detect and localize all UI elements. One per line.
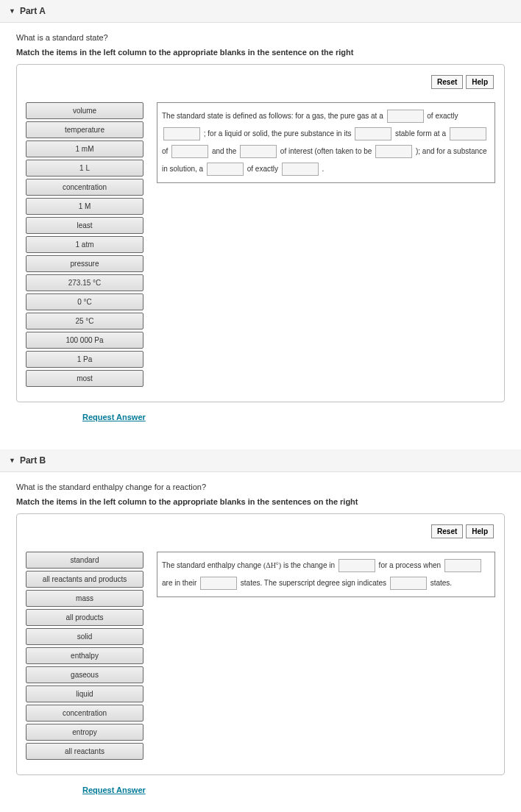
- part-b-header[interactable]: ▼ Part B: [0, 449, 521, 472]
- part-b-sentence: The standard enthalpy change (ΔH°) is th…: [157, 552, 495, 597]
- part-a-question: What is a standard state?: [16, 33, 505, 42]
- text: of: [162, 147, 168, 155]
- text: are in their: [162, 579, 196, 587]
- request-answer-link[interactable]: Request Answer: [82, 413, 146, 421]
- text: of interest (often taken to be: [280, 147, 372, 155]
- part-b-title: Part B: [20, 455, 46, 466]
- request-answer-link[interactable]: Request Answer: [82, 786, 146, 794]
- caret-down-icon: ▼: [9, 457, 15, 464]
- drag-item[interactable]: 1 atm: [26, 236, 143, 253]
- drag-item[interactable]: standard: [26, 552, 143, 569]
- text: states.: [430, 579, 452, 587]
- text: The standard state is defined as follows…: [162, 112, 383, 120]
- text: states. The superscript degree sign indi…: [241, 579, 386, 587]
- help-button[interactable]: Help: [466, 75, 494, 89]
- blank-drop[interactable]: [450, 127, 486, 140]
- part-a-sentence: The standard state is defined as follows…: [157, 102, 495, 183]
- drag-item[interactable]: mass: [26, 590, 143, 607]
- drag-item[interactable]: concentration: [26, 705, 143, 722]
- drag-item[interactable]: 100 000 Pa: [26, 332, 143, 349]
- drag-item[interactable]: temperature: [26, 121, 143, 138]
- text: for a process when: [379, 561, 442, 569]
- drag-item[interactable]: 273.15 °C: [26, 274, 143, 291]
- text: .: [322, 165, 325, 173]
- drag-item[interactable]: 1 M: [26, 198, 143, 215]
- part-a-box: Reset Help volume temperature 1 mM 1 L c…: [16, 64, 505, 402]
- help-button[interactable]: Help: [466, 524, 494, 538]
- part-a-instruction: Match the items in the left column to th…: [16, 48, 505, 57]
- drag-item[interactable]: 0 °C: [26, 293, 143, 310]
- part-b-box: Reset Help standard all reactants and pr…: [16, 513, 505, 775]
- text: of exactly: [247, 165, 278, 173]
- blank-drop[interactable]: [444, 559, 481, 572]
- drag-item[interactable]: 1 L: [26, 160, 143, 177]
- text: ; for a liquid or solid, the pure substa…: [204, 129, 352, 138]
- reset-button[interactable]: Reset: [431, 524, 463, 538]
- drag-item[interactable]: concentration: [26, 179, 143, 196]
- blank-drop[interactable]: [207, 163, 244, 176]
- drag-item[interactable]: most: [26, 370, 143, 387]
- drag-item[interactable]: volume: [26, 102, 143, 119]
- blank-drop[interactable]: [390, 577, 427, 590]
- text: );: [416, 147, 420, 155]
- drag-item[interactable]: solid: [26, 628, 143, 645]
- part-a-title: Part A: [20, 6, 46, 16]
- drag-item[interactable]: pressure: [26, 255, 143, 272]
- blank-drop[interactable]: [355, 127, 391, 140]
- part-a-header[interactable]: ▼ Part A: [0, 0, 521, 23]
- text: The standard enthalpy change: [162, 561, 261, 569]
- blank-drop[interactable]: [171, 145, 208, 158]
- blank-drop[interactable]: [282, 163, 319, 176]
- drag-item[interactable]: enthalpy: [26, 647, 143, 664]
- part-b-items: standard all reactants and products mass…: [26, 552, 143, 760]
- drag-item[interactable]: 1 mM: [26, 140, 143, 157]
- blank-drop[interactable]: [200, 577, 237, 590]
- part-a-items: volume temperature 1 mM 1 L concentratio…: [26, 102, 143, 387]
- blank-drop[interactable]: [163, 127, 200, 140]
- blank-drop[interactable]: [339, 559, 375, 572]
- text: and the: [212, 147, 236, 155]
- drag-item[interactable]: entropy: [26, 724, 143, 741]
- blank-drop[interactable]: [387, 110, 424, 123]
- reset-button[interactable]: Reset: [431, 75, 463, 89]
- text: is the change in: [283, 561, 335, 569]
- text: stable form at a: [395, 129, 446, 138]
- drag-item[interactable]: liquid: [26, 685, 143, 702]
- part-b-instruction: Match the items in the left column to th…: [16, 497, 505, 506]
- blank-drop[interactable]: [375, 145, 412, 158]
- drag-item[interactable]: gaseous: [26, 666, 143, 683]
- drag-item[interactable]: 25 °C: [26, 313, 143, 330]
- drag-item[interactable]: all reactants and products: [26, 571, 143, 588]
- part-b-question: What is the standard enthalpy change for…: [16, 482, 505, 491]
- drag-item[interactable]: 1 Pa: [26, 351, 143, 368]
- drag-item[interactable]: all products: [26, 609, 143, 626]
- drag-item[interactable]: all reactants: [26, 743, 143, 760]
- blank-drop[interactable]: [240, 145, 277, 158]
- formula: (ΔH°): [263, 561, 281, 569]
- text: of exactly: [427, 112, 458, 120]
- caret-down-icon: ▼: [9, 7, 15, 15]
- drag-item[interactable]: least: [26, 217, 143, 234]
